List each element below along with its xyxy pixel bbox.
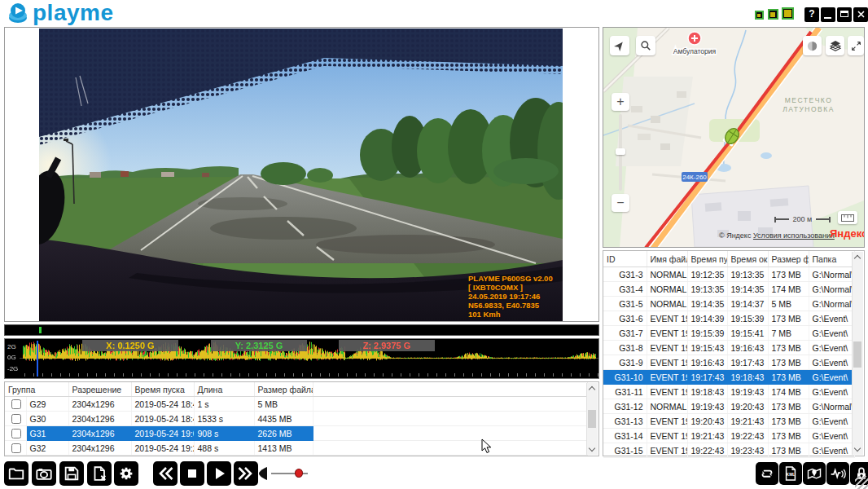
- file-table-row[interactable]: G31-5NORMAL 1...19:14:3519:14:375 MBG:\N…: [603, 297, 854, 311]
- group-table-row[interactable]: G302304x12962019-05-24 18:4...1533 s4435…: [5, 412, 588, 426]
- group-table-scrollbar[interactable]: [586, 383, 598, 455]
- volume-slider-knob[interactable]: [295, 469, 303, 478]
- file-table-cell: 173 MB: [768, 399, 809, 414]
- layout-large-button[interactable]: [782, 7, 794, 20]
- minimize-button[interactable]: [821, 7, 835, 22]
- layout-small-button[interactable]: [755, 11, 764, 20]
- zoom-out-button[interactable]: −: [612, 194, 629, 212]
- locate-button[interactable]: [610, 36, 629, 55]
- group-table-cell: 2304x1296: [68, 412, 131, 426]
- repeat-button[interactable]: [756, 462, 778, 485]
- group-checkbox[interactable]: [11, 443, 21, 453]
- fast-forward-button[interactable]: [234, 461, 258, 486]
- gsensor-graph-panel[interactable]: 2G 0G -2G X: 0.1250 G Y: 2.3125 G Z: 2.9…: [4, 338, 599, 379]
- file-table-cell: G:\Normal\: [809, 297, 854, 311]
- snapshot-button[interactable]: [32, 461, 56, 486]
- save-button[interactable]: [59, 461, 84, 486]
- gsensor-toggle-button[interactable]: [826, 462, 849, 485]
- file-table-row[interactable]: G31-12NORMAL 1...19:19:4319:20:43173 MBG…: [603, 399, 854, 414]
- file-table-cell: G31-14: [603, 429, 647, 443]
- group-table-header-2[interactable]: Время пуска: [131, 382, 194, 397]
- group-table-row[interactable]: G322304x12962019-05-24 19:2...488 s1413 …: [5, 441, 588, 456]
- timeline-position-marker[interactable]: [39, 327, 42, 333]
- file-table-header-1[interactable]: Имя файла: [647, 251, 687, 267]
- dashcam-video-frame[interactable]: PLAYME P600SG v2.00 [ IXBT0COMX ] 24.05.…: [39, 29, 563, 321]
- file-table-row[interactable]: G31-8EVENT 19...19:15:4319:16:43173 MBG:…: [603, 341, 854, 355]
- file-table-cell: EVENT 19...: [647, 414, 687, 429]
- file-table-cell: 19:15:39: [727, 311, 768, 326]
- file-table-header-5[interactable]: Папка: [809, 251, 854, 267]
- group-table-row[interactable]: G312304x12962019-05-24 19:0...908 s2626 …: [5, 426, 588, 441]
- file-table-scrollbar[interactable]: [852, 252, 863, 455]
- file-table-cell: G31-6: [603, 311, 647, 326]
- file-table-row[interactable]: G31-13EVENT 19...19:20:4319:21:43173 MBG…: [603, 414, 854, 429]
- help-button[interactable]: ?: [804, 7, 819, 22]
- file-table-header-3[interactable]: Время ок...: [727, 251, 768, 267]
- layout-medium-button[interactable]: [768, 9, 778, 20]
- file-table-cell: NORMAL 1...: [647, 267, 687, 282]
- timeline-bar[interactable]: [4, 324, 599, 336]
- scrollbar-thumb[interactable]: [853, 341, 861, 368]
- file-table-cell: G:\Event\: [809, 414, 854, 429]
- group-table-header-4[interactable]: Размер файла: [254, 382, 313, 397]
- poi-label: Амбулатория: [673, 47, 717, 55]
- file-table-header-0[interactable]: ID: [603, 251, 647, 267]
- rewind-button[interactable]: [153, 461, 178, 486]
- scroll-down-button[interactable]: [587, 443, 597, 455]
- file-table-row[interactable]: G31-6EVENT 19...19:14:3919:15:39173 MBG:…: [603, 311, 854, 326]
- file-table-row[interactable]: G31-9EVENT 19...19:16:4319:17:43173 MBG:…: [603, 355, 854, 370]
- yandex-logo[interactable]: Яндекс: [830, 227, 865, 240]
- file-table-row[interactable]: G31-11EVENT 19...19:18:4319:19:43174 MBG…: [603, 385, 854, 399]
- speaker-icon[interactable]: [258, 466, 269, 481]
- group-table-header-3[interactable]: Длина: [194, 382, 254, 397]
- overlay-model: PLAYME P600SG v2.00: [468, 274, 559, 283]
- maximize-button[interactable]: [837, 7, 852, 22]
- map-toggle-button[interactable]: [803, 462, 826, 485]
- file-table-row[interactable]: G31-4NORMAL 1...19:13:3519:14:35174 MBG:…: [603, 282, 854, 297]
- group-checkbox[interactable]: [11, 429, 21, 438]
- file-table-cell: 19:13:35: [727, 267, 768, 282]
- group-table-header-1[interactable]: Разрешение: [68, 382, 131, 397]
- file-table-row[interactable]: G31-10EVENT 19...19:17:4319:18:43173 MBG…: [603, 370, 854, 385]
- ruler-button[interactable]: [838, 211, 857, 224]
- map-panel[interactable]: 24К-260 Амбулатория МЕСТЕЧКО ЛАТУНОВКА +: [603, 27, 865, 248]
- group-table-row[interactable]: G292304x12962019-05-24 18:4...1 s5 MB: [5, 397, 588, 412]
- group-table-header-0[interactable]: Группа: [5, 382, 68, 397]
- file-table-cell: 173 MB: [768, 311, 809, 326]
- group-checkbox[interactable]: [11, 414, 21, 424]
- file-table-cell: 5 MB: [768, 297, 809, 311]
- zoom-slider[interactable]: [619, 114, 622, 191]
- window-resize-grip[interactable]: [855, 476, 868, 489]
- file-table-header-2[interactable]: Время пу...: [687, 251, 727, 267]
- play-button[interactable]: [207, 461, 231, 486]
- chevron-up-icon: [589, 386, 595, 393]
- gsensor-cursor-line[interactable]: [37, 341, 38, 377]
- settings-button[interactable]: [114, 461, 138, 486]
- poi-pin-icon[interactable]: [688, 32, 701, 45]
- map-fullscreen-button[interactable]: [848, 36, 864, 55]
- layers-button[interactable]: [826, 36, 844, 55]
- file-table-row[interactable]: G31-14EVENT 19...19:21:4319:22:43173 MBG…: [603, 429, 854, 443]
- app-logo-text: playme: [33, 0, 114, 26]
- traffic-button[interactable]: [803, 36, 822, 55]
- scroll-up-button[interactable]: [587, 383, 597, 394]
- zoom-in-button[interactable]: +: [612, 93, 629, 111]
- stop-button[interactable]: [180, 461, 204, 486]
- group-checkbox[interactable]: [11, 399, 21, 409]
- scrollbar-thumb[interactable]: [588, 410, 596, 428]
- file-table-header-4[interactable]: Размер ф...: [768, 251, 809, 267]
- scroll-up-button[interactable]: [853, 252, 862, 263]
- map-scale: 200 м: [774, 215, 831, 223]
- delete-file-button[interactable]: [87, 461, 112, 486]
- scroll-down-button[interactable]: [853, 443, 862, 455]
- zoom-slider-handle[interactable]: [616, 148, 625, 155]
- open-folder-button[interactable]: [4, 461, 28, 486]
- close-button[interactable]: [853, 7, 868, 22]
- map-search-button[interactable]: [636, 36, 655, 55]
- terms-link[interactable]: Условия использования: [753, 231, 835, 240]
- file-table-row[interactable]: G31-15EVENT 19...19:22:4319:23:43173 MBG…: [603, 443, 854, 458]
- file-table-row[interactable]: G31-3NORMAL 1...19:12:3519:13:35173 MBG:…: [603, 267, 854, 282]
- file-table-cell: EVENT 19...: [647, 443, 687, 458]
- file-table-row[interactable]: G31-7EVENT 19...19:15:3919:15:417 MBG:\E…: [603, 326, 854, 341]
- kml-export-button[interactable]: KML: [779, 462, 802, 485]
